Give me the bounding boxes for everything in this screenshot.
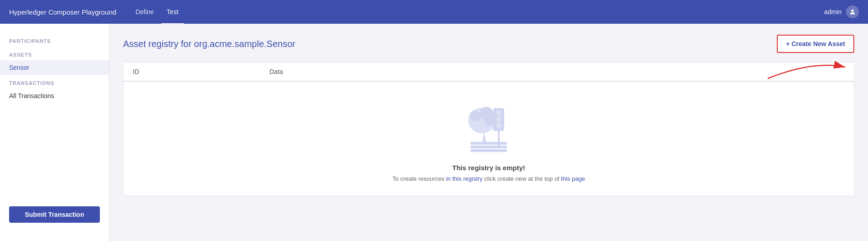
- tab-define[interactable]: Define: [130, 5, 159, 18]
- empty-state: This registry is empty! To create resour…: [124, 82, 854, 196]
- sidebar-item-all-transactions[interactable]: All Transactions: [0, 89, 109, 103]
- tab-test[interactable]: Test: [161, 5, 184, 18]
- create-new-asset-button[interactable]: + Create New Asset: [777, 35, 854, 53]
- sidebar-footer: Submit Transaction: [0, 197, 109, 232]
- header-right: admin: [824, 5, 859, 18]
- svg-point-8: [470, 110, 480, 121]
- svg-point-4: [496, 110, 501, 115]
- empty-state-page-link[interactable]: this page: [561, 175, 585, 182]
- submit-transaction-button[interactable]: Submit Transaction: [9, 206, 100, 223]
- page-title-prefix: Asset registry for: [123, 39, 194, 49]
- sidebar-content: PARTICIPANTS ASSETS Sensor TRANSACTIONS …: [0, 33, 109, 103]
- empty-state-subtitle: To create resources in this registry cli…: [393, 175, 585, 182]
- main-content: Asset registry for org.acme.sample.Senso…: [109, 24, 868, 241]
- table-header: ID Data: [124, 63, 854, 82]
- page-title: Asset registry for org.acme.sample.Senso…: [123, 39, 295, 49]
- svg-rect-11: [470, 142, 507, 145]
- participants-section-label: PARTICIPANTS: [0, 33, 109, 47]
- brand-logo: Hyperledger Composer Playground: [9, 8, 116, 16]
- svg-point-0: [851, 10, 853, 12]
- nav-tabs: Define Test: [130, 5, 184, 18]
- brand-name: Hyperledger: [9, 8, 46, 16]
- svg-rect-13: [470, 149, 507, 152]
- sidebar: PARTICIPANTS ASSETS Sensor TRANSACTIONS …: [0, 24, 109, 241]
- svg-marker-14: [482, 132, 486, 142]
- user-avatar[interactable]: [846, 5, 859, 18]
- create-btn-wrapper: + Create New Asset: [777, 35, 854, 53]
- brand-suffix: Composer Playground: [46, 8, 116, 16]
- header-left: Hyperledger Composer Playground Define T…: [9, 5, 184, 18]
- sidebar-item-sensor[interactable]: Sensor: [0, 60, 109, 75]
- transactions-section-label: TRANSACTIONS: [0, 75, 109, 89]
- username-label: admin: [824, 8, 842, 16]
- svg-point-6: [496, 123, 501, 128]
- empty-state-link[interactable]: in this registry: [446, 175, 482, 182]
- page-title-registry: org.acme.sample.Sensor: [194, 39, 295, 49]
- svg-point-5: [496, 116, 501, 122]
- assets-section-label: ASSETS: [0, 47, 109, 60]
- header: Hyperledger Composer Playground Define T…: [0, 0, 868, 24]
- svg-rect-12: [470, 146, 507, 148]
- empty-illustration: [457, 100, 521, 155]
- asset-table: ID Data: [123, 62, 854, 196]
- col-data-header: Data: [269, 68, 845, 75]
- page-header: Asset registry for org.acme.sample.Senso…: [123, 35, 854, 53]
- empty-state-title: This registry is empty!: [452, 164, 525, 172]
- svg-point-10: [485, 117, 494, 126]
- layout: PARTICIPANTS ASSETS Sensor TRANSACTIONS …: [0, 24, 868, 241]
- col-id-header: ID: [133, 68, 269, 75]
